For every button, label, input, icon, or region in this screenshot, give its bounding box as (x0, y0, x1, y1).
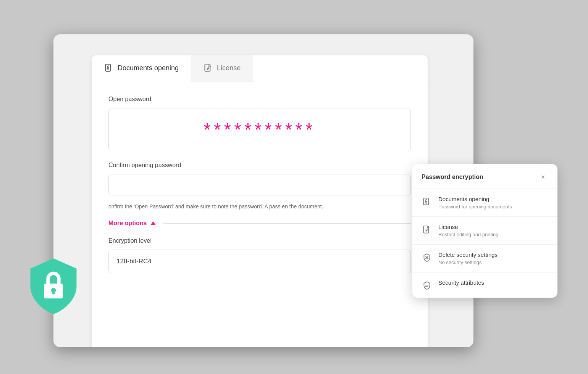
delete-security-icon (422, 252, 432, 263)
hint-text: onfirm the 'Open Password' and make sure… (108, 202, 411, 211)
content-card: Documents opening License (92, 55, 428, 347)
side-panel-header: Password encryption × (412, 164, 557, 189)
panel-item-documents-opening-subtitle: Password for opening documents (438, 204, 512, 210)
edit-doc-icon (422, 224, 432, 235)
confirm-label: Confirm opening password (108, 162, 411, 169)
password-field[interactable]: *********** (108, 108, 411, 151)
content-area: Open password *********** Confirm openin… (92, 82, 428, 287)
panel-item-license-text: License Restrict editing and printing (438, 224, 499, 237)
panel-item-license-title: License (438, 224, 499, 230)
tab-documents-opening-label: Documents opening (118, 64, 179, 72)
main-window: Documents opening License (53, 34, 473, 347)
svg-point-1 (107, 68, 109, 69)
svg-point-8 (425, 202, 427, 203)
svg-rect-10 (423, 226, 428, 233)
panel-item-documents-opening-text: Documents opening Password for opening d… (438, 196, 512, 210)
triangle-up-icon (150, 221, 156, 225)
open-password-label: Open password (108, 96, 411, 103)
password-asterisks: *********** (204, 119, 315, 140)
tab-license[interactable]: License (191, 55, 253, 82)
panel-item-delete-security[interactable]: Delete security settings No security set… (412, 245, 557, 272)
encryption-label: Encryption level (108, 237, 411, 244)
panel-item-security-attributes[interactable]: Security attributes (412, 272, 557, 298)
lock-doc-icon (422, 197, 432, 207)
panel-item-security-attributes-title: Security attributes (438, 279, 484, 286)
close-icon: × (541, 173, 545, 181)
tabs-row: Documents opening License (92, 55, 428, 82)
side-panel: Password encryption × Documents opening … (412, 164, 557, 298)
panel-item-delete-security-title: Delete security settings (438, 251, 498, 258)
panel-item-documents-opening-title: Documents opening (438, 196, 512, 202)
side-panel-title: Password encryption (422, 174, 483, 181)
panel-item-license-subtitle: Restrict editing and printing (438, 232, 499, 237)
shield-badge (23, 256, 84, 317)
more-options-label: More options (108, 220, 147, 227)
security-attributes-icon (422, 280, 432, 291)
divider (163, 223, 411, 224)
close-button[interactable]: × (538, 172, 548, 182)
svg-rect-6 (52, 290, 55, 295)
svg-rect-3 (205, 64, 210, 71)
lock-document-icon (104, 63, 114, 73)
edit-document-icon (203, 63, 213, 73)
encryption-value: 128-bit-RC4 (108, 250, 411, 273)
panel-item-delete-security-text: Delete security settings No security set… (438, 251, 498, 265)
panel-item-security-attributes-text: Security attributes (438, 279, 484, 287)
panel-item-documents-opening[interactable]: Documents opening Password for opening d… (412, 189, 557, 217)
tab-documents-opening[interactable]: Documents opening (92, 55, 191, 82)
panel-item-license[interactable]: License Restrict editing and printing (412, 217, 557, 245)
tab-license-label: License (217, 64, 241, 72)
panel-item-delete-security-subtitle: No security settings (438, 260, 498, 265)
more-options-toggle[interactable]: More options (108, 220, 411, 227)
confirm-input[interactable] (108, 174, 411, 195)
